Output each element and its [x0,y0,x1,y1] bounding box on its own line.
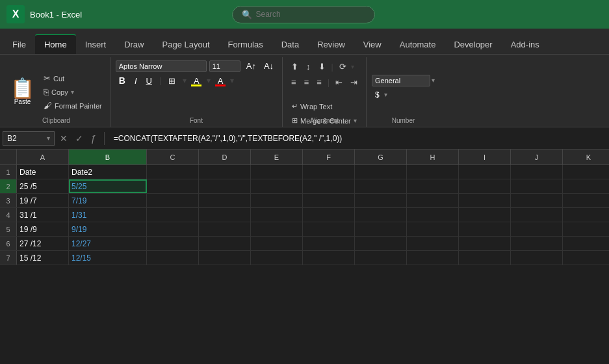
cell-d7[interactable] [199,251,251,265]
cell-ref-dropdown-arrow[interactable]: ▾ [47,135,50,142]
cell-a2[interactable]: 25 /5 [17,179,69,193]
cell-a7[interactable]: 15 /12 [17,251,69,265]
cell-i7[interactable] [459,251,511,265]
bold-button[interactable]: B [116,74,129,87]
tab-developer[interactable]: Developer [445,35,501,54]
cell-b3[interactable]: 7/19 [69,194,147,207]
cell-k7[interactable] [563,251,609,265]
cell-j3[interactable] [511,194,563,207]
decrease-indent-button[interactable]: ⇤ [332,75,346,89]
cell-e1[interactable] [251,165,303,179]
borders-button[interactable]: ⊞ [165,75,179,87]
cell-i2[interactable] [459,179,511,193]
row-number-1[interactable]: 1 [0,165,17,179]
cell-d6[interactable] [199,237,251,250]
cell-b4[interactable]: 1/31 [69,208,147,222]
cell-b5[interactable]: 9/19 [69,222,147,236]
tab-home[interactable]: Home [35,34,76,54]
cell-h7[interactable] [407,251,459,265]
align-right-button[interactable]: ≡ [313,75,325,89]
cell-f5[interactable] [303,222,355,236]
cell-c3[interactable] [147,194,199,207]
cell-c1[interactable] [147,165,199,179]
number-format-select[interactable]: General [372,75,430,86]
orientation-button[interactable]: ⟳ [336,60,350,73]
cell-c4[interactable] [147,208,199,222]
cell-j7[interactable] [511,251,563,265]
cell-k6[interactable] [563,237,609,250]
cell-g6[interactable] [355,237,407,250]
cell-c6[interactable] [147,237,199,250]
cell-c5[interactable] [147,222,199,236]
cell-g4[interactable] [355,208,407,222]
col-header-i[interactable]: I [459,150,511,164]
cell-b2[interactable]: 5/25 [69,179,147,193]
tab-insert[interactable]: Insert [76,35,116,54]
cell-h5[interactable] [407,222,459,236]
insert-function-button[interactable]: ƒ [88,132,99,145]
font-size-select[interactable]: 11 [209,60,240,72]
cell-c7[interactable] [147,251,199,265]
align-bottom-button[interactable]: ⬇ [315,60,329,73]
tab-automate[interactable]: Automate [391,35,445,54]
cell-k1[interactable] [563,165,609,179]
search-box[interactable]: 🔍 [232,6,375,23]
search-input[interactable] [256,10,365,19]
cell-a1[interactable]: Date [17,165,69,179]
cell-h1[interactable] [407,165,459,179]
cell-a4[interactable]: 31 /1 [17,208,69,222]
cell-g3[interactable] [355,194,407,207]
cell-c2[interactable] [147,179,199,193]
tab-addins[interactable]: Add-ins [502,35,549,54]
cell-f1[interactable] [303,165,355,179]
cell-f7[interactable] [303,251,355,265]
cell-d1[interactable] [199,165,251,179]
cell-e4[interactable] [251,208,303,222]
wrap-text-button[interactable]: ↵ Wrap Text [288,100,361,112]
tab-page-layout[interactable]: Page Layout [153,35,219,54]
cell-i3[interactable] [459,194,511,207]
cell-f3[interactable] [303,194,355,207]
tab-formulas[interactable]: Formulas [219,35,272,54]
cell-i1[interactable] [459,165,511,179]
copy-button[interactable]: ⎘ Copy ▾ [41,86,105,98]
fill-color-button[interactable]: A [190,75,203,87]
cell-e7[interactable] [251,251,303,265]
cell-k2[interactable] [563,179,609,193]
cell-f2[interactable] [303,179,355,193]
italic-button[interactable]: I [131,75,140,87]
row-number-3[interactable]: 3 [0,194,17,207]
increase-indent-button[interactable]: ⇥ [347,75,361,89]
cell-d2[interactable] [199,179,251,193]
col-header-f[interactable]: F [303,150,355,164]
align-top-button[interactable]: ⬆ [288,60,302,73]
tab-data[interactable]: Data [272,35,308,54]
cell-i5[interactable] [459,222,511,236]
paste-button[interactable]: 📋 Paste [8,76,37,108]
align-middle-button[interactable]: ↕ [303,60,314,73]
cell-g2[interactable] [355,179,407,193]
tab-draw[interactable]: Draw [115,35,153,54]
col-header-c[interactable]: C [147,150,199,164]
cell-d4[interactable] [199,208,251,222]
cell-j4[interactable] [511,208,563,222]
cell-f4[interactable] [303,208,355,222]
format-painter-button[interactable]: 🖌 Format Painter [41,99,105,112]
align-left-button[interactable]: ≡ [288,75,300,89]
cell-j1[interactable] [511,165,563,179]
row-number-2[interactable]: 2 [0,179,17,193]
col-header-d[interactable]: D [199,150,251,164]
underline-button[interactable]: U [143,75,155,87]
cell-i6[interactable] [459,237,511,250]
cell-d3[interactable] [199,194,251,207]
row-number-5[interactable]: 5 [0,222,17,236]
accounting-button[interactable]: $ [372,89,383,101]
cell-h3[interactable] [407,194,459,207]
col-header-e[interactable]: E [251,150,303,164]
cell-k4[interactable] [563,208,609,222]
cell-h6[interactable] [407,237,459,250]
col-header-k[interactable]: K [563,150,609,164]
formula-cancel-button[interactable]: ✕ [57,132,70,145]
cell-g5[interactable] [355,222,407,236]
accounting-arrow[interactable]: ▾ [384,91,387,98]
